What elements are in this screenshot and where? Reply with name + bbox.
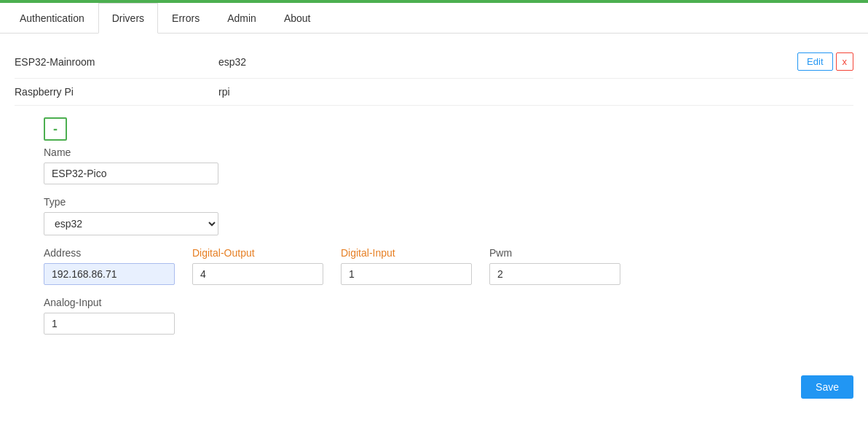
analog-input-field-group: Analog-Input bbox=[44, 297, 175, 335]
analog-row: Analog-Input bbox=[44, 297, 853, 346]
driver-name-2: Raspberry Pi bbox=[15, 86, 218, 98]
form-section: Name Type esp32 rpi arduino Address bbox=[44, 141, 853, 346]
digital-input-input[interactable] bbox=[341, 263, 472, 285]
driver-type-2: rpi bbox=[218, 86, 853, 98]
analog-input-label: Analog-Input bbox=[44, 297, 175, 308]
content-area: ESP32-Mainroom esp32 Edit x Raspberry Pi… bbox=[0, 34, 868, 358]
tab-admin[interactable]: Admin bbox=[213, 3, 270, 34]
pwm-field-group: Pwm bbox=[489, 247, 620, 285]
pwm-label: Pwm bbox=[489, 247, 620, 259]
tab-drivers[interactable]: Drivers bbox=[98, 3, 158, 34]
save-button[interactable]: Save bbox=[801, 375, 853, 399]
address-row: Address Digital-Output Digital-Input Pwm bbox=[44, 247, 853, 297]
expand-section: - Name Type esp32 rpi arduino Address bbox=[15, 106, 853, 346]
type-field-group: Type esp32 rpi arduino bbox=[44, 196, 853, 235]
tab-authentication[interactable]: Authentication bbox=[6, 3, 98, 34]
name-label: Name bbox=[44, 146, 853, 158]
type-select[interactable]: esp32 rpi arduino bbox=[44, 212, 218, 235]
tabs-container: Authentication Drivers Errors Admin Abou… bbox=[0, 3, 868, 34]
tab-about[interactable]: About bbox=[270, 3, 325, 34]
footer-area: Save bbox=[0, 358, 868, 410]
driver-row-1: ESP32-Mainroom esp32 Edit x bbox=[15, 45, 853, 79]
name-field-group: Name bbox=[44, 146, 853, 184]
digital-input-label: Digital-Input bbox=[341, 247, 472, 259]
analog-input-input[interactable] bbox=[44, 313, 175, 335]
driver-type-1: esp32 bbox=[218, 56, 797, 68]
address-field-group: Address bbox=[44, 247, 175, 285]
name-input[interactable] bbox=[44, 163, 218, 184]
address-input[interactable] bbox=[44, 263, 175, 285]
type-label: Type bbox=[44, 196, 853, 208]
driver-name-1: ESP32-Mainroom bbox=[15, 56, 218, 68]
collapse-button[interactable]: - bbox=[44, 117, 67, 141]
digital-output-field-group: Digital-Output bbox=[192, 247, 323, 285]
digital-input-field-group: Digital-Input bbox=[341, 247, 472, 285]
edit-button-1[interactable]: Edit bbox=[797, 52, 832, 71]
delete-button-1[interactable]: x bbox=[836, 52, 854, 71]
address-label: Address bbox=[44, 247, 175, 259]
driver-row-2: Raspberry Pi rpi bbox=[15, 79, 853, 106]
digital-output-input[interactable] bbox=[192, 263, 323, 285]
pwm-input[interactable] bbox=[489, 263, 620, 285]
digital-output-label: Digital-Output bbox=[192, 247, 323, 259]
driver-actions-1: Edit x bbox=[797, 52, 853, 71]
tab-errors[interactable]: Errors bbox=[158, 3, 213, 34]
